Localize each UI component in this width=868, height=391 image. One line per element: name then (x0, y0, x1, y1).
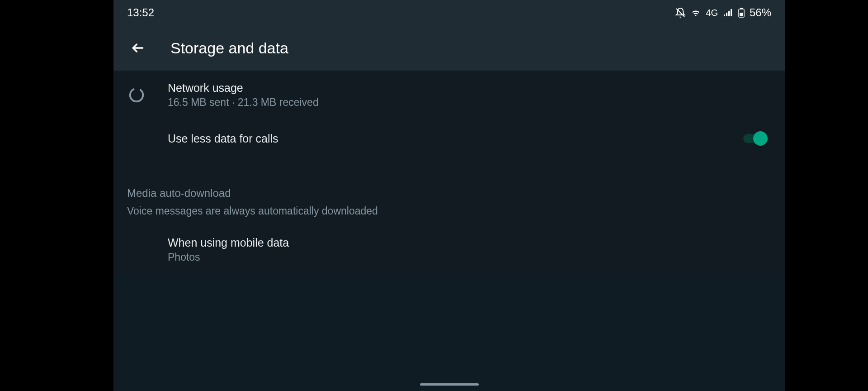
network-usage-subtitle: 16.5 MB sent · 21.3 MB received (168, 96, 771, 109)
signal-icon (722, 7, 733, 18)
page-title: Storage and data (170, 39, 288, 57)
mobile-data-item[interactable]: When using mobile data Photos (113, 222, 785, 274)
svg-rect-4 (731, 9, 732, 16)
network-usage-text: Network usage 16.5 MB sent · 21.3 MB rec… (168, 81, 771, 109)
media-section-title: Media auto-download (127, 187, 771, 200)
use-less-data-title: Use less data for calls (168, 132, 720, 145)
back-button[interactable] (127, 37, 149, 59)
mobile-data-subtitle: Photos (168, 251, 771, 263)
content-area: Network usage 16.5 MB sent · 21.3 MB rec… (113, 71, 785, 274)
nav-handle[interactable] (420, 383, 479, 386)
status-time: 13:52 (127, 6, 154, 19)
mobile-data-text: When using mobile data Photos (168, 236, 771, 263)
phone-screen: 13:52 4G (113, 0, 785, 391)
use-less-data-control (741, 130, 768, 147)
svg-rect-6 (740, 8, 743, 9)
wifi-icon (690, 7, 701, 18)
use-less-data-toggle[interactable] (741, 130, 768, 147)
media-section-subtitle: Voice messages are always automatically … (127, 205, 771, 217)
svg-rect-3 (728, 11, 730, 16)
data-usage-icon (127, 86, 146, 105)
notifications-off-icon (675, 7, 686, 18)
use-less-data-item[interactable]: Use less data for calls (113, 119, 785, 157)
battery-percent: 56% (750, 6, 771, 19)
use-less-data-text: Use less data for calls (168, 132, 720, 145)
network-usage-item[interactable]: Network usage 16.5 MB sent · 21.3 MB rec… (113, 71, 785, 119)
media-section-header: Media auto-download Voice messages are a… (113, 165, 785, 222)
status-bar: 13:52 4G (113, 0, 785, 25)
svg-rect-1 (724, 14, 725, 16)
network-usage-title: Network usage (168, 81, 771, 95)
status-right: 4G 56% (675, 6, 771, 19)
mobile-data-title: When using mobile data (168, 236, 771, 249)
svg-rect-2 (726, 13, 727, 16)
svg-point-9 (130, 89, 143, 102)
svg-rect-7 (740, 13, 743, 16)
network-type: 4G (706, 8, 718, 18)
toggle-thumb (753, 131, 768, 146)
app-bar: Storage and data (113, 25, 785, 71)
battery-icon (738, 7, 745, 18)
